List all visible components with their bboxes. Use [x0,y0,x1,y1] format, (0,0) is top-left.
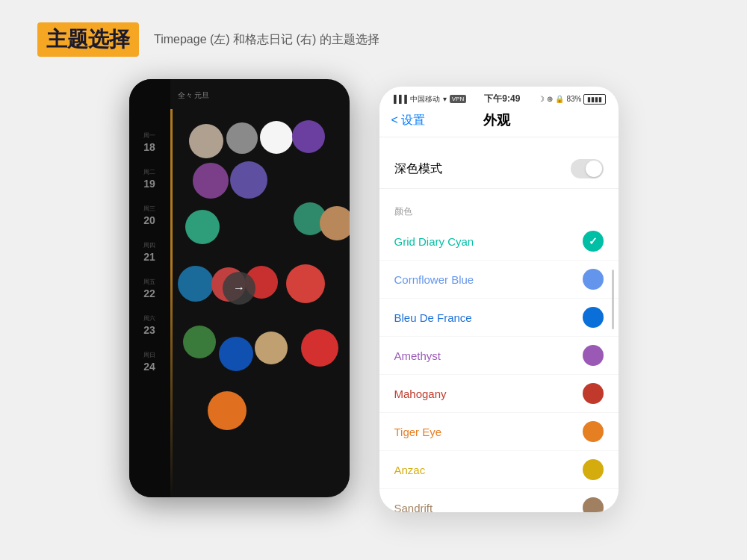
signal-icon: ▐▐▐ [391,95,407,103]
color-option[interactable]: Grid Diary Cyan [379,223,619,261]
color-option[interactable]: Cornflower Blue [379,261,619,299]
calendar-sidebar: 周一18周二19周三20周四21周五22周六23周日24 [129,79,170,497]
cal-day: 周四21 [129,234,170,270]
moon-icon: ☽ [538,95,545,103]
cal-day: 周日24 [129,343,170,380]
dark-mode-toggle[interactable] [571,159,604,178]
color-section-header: 颜色 [379,201,619,223]
color-circle[interactable] [208,391,247,430]
vpn-badge: VPN [450,95,466,103]
calendar-content [170,79,350,497]
color-list: Grid Diary Cyan Cornflower Blue Bleu De … [379,223,619,512]
back-button[interactable]: < 设置 [391,113,426,128]
header: 主题选择 Timepage (左) 和格志日记 (右) 的主题选择 [0,0,747,72]
cal-day: 周二19 [129,161,170,197]
color-dot [583,421,604,442]
compass-icon: ⊕ [547,95,553,103]
color-name: Cornflower Blue [394,273,474,286]
color-name: Tiger Eye [394,426,442,438]
status-right: ☽ ⊕ 🔒 83% ▮▮▮▮ [538,94,606,105]
lock-icon: 🔒 [555,95,564,103]
dark-mode-item: 深色模式 [379,149,619,189]
subtitle: Timepage (左) 和格志日记 (右) 的主题选择 [154,32,379,48]
cal-day-name: 周二 [143,168,155,176]
cal-day-num: 20 [143,214,155,226]
color-dot [583,345,604,366]
cal-day-name: 周五 [143,278,155,286]
color-option[interactable]: Tiger Eye [379,413,619,451]
cal-day: 周五22 [129,270,170,307]
color-name: Amethyst [394,349,441,362]
color-dot [583,307,604,328]
color-name: Anzac [394,464,426,476]
phone-right: ▐▐▐ 中国移动 ▾ VPN 下午9:49 ☽ ⊕ 🔒 83% ▮▮▮▮ < 设… [379,87,619,512]
color-dot [583,383,604,404]
color-option[interactable]: Anzac [379,451,619,489]
nav-arrow[interactable]: → [223,272,255,305]
settings-section: 深色模式 [379,137,619,201]
cal-day-num: 22 [143,287,155,299]
scroll-indicator [612,270,614,329]
cal-day-num: 24 [143,361,155,373]
color-option[interactable]: Sandrift [379,489,619,512]
phone-left: 周一18周二19周三20周四21周五22周六23周日24 全々 元旦 → [129,79,350,497]
wifi-icon: ▾ [443,95,447,103]
cal-day-num: 21 [143,251,155,263]
color-circle[interactable] [286,264,325,303]
status-bar: ▐▐▐ 中国移动 ▾ VPN 下午9:49 ☽ ⊕ 🔒 83% ▮▮▮▮ [379,87,619,108]
nav-title: 外观 [483,111,510,129]
color-circle[interactable] [320,206,350,240]
cal-day-num: 19 [143,178,155,190]
color-circle[interactable] [301,329,338,367]
color-circle[interactable] [292,120,325,153]
battery-icon: ▮▮▮▮ [583,94,606,105]
page-title: 主题选择 [46,28,130,51]
title-box: 主题选择 [37,22,139,57]
color-circle[interactable] [185,210,220,244]
cal-day: 周六23 [129,307,170,343]
color-name: Mahogany [394,388,447,400]
cal-day-name: 周日 [143,351,155,359]
color-dot [583,497,604,512]
color-option[interactable]: Bleu De France [379,299,619,337]
color-circle[interactable] [178,266,214,302]
color-circle[interactable] [260,121,293,154]
color-circle[interactable] [219,337,253,371]
color-dot [583,459,604,480]
cal-day: 周一18 [129,124,170,161]
color-name: Sandrift [394,502,433,513]
status-left: ▐▐▐ 中国移动 ▾ VPN [391,94,467,105]
color-option[interactable]: Mahogany [379,375,619,413]
carrier: 中国移动 [410,94,440,105]
dark-mode-label: 深色模式 [394,161,442,177]
color-dot [583,231,604,252]
time-display: 下午9:49 [484,93,520,105]
color-circle[interactable] [230,161,267,199]
color-circle[interactable] [193,163,229,199]
color-circle[interactable] [189,124,223,158]
cal-day: 周三20 [129,197,170,234]
color-option[interactable]: Amethyst [379,337,619,375]
color-circle[interactable] [183,326,216,358]
battery-text: 83% [566,95,581,103]
color-circle[interactable] [255,332,288,364]
cal-day-name: 周六 [143,314,155,323]
cal-day-num: 18 [143,141,155,153]
color-name: Bleu De France [394,311,472,324]
cal-day-name: 周三 [143,205,155,213]
color-circle[interactable] [226,122,258,154]
cal-day-num: 23 [143,324,155,336]
color-dot [583,269,604,290]
nav-bar: < 设置 外观 [379,108,619,137]
phones-area: 周一18周二19周三20周四21周五22周六23周日24 全々 元旦 → ▐▐▐… [0,79,747,512]
cal-day-name: 周一 [143,131,155,140]
color-name: Grid Diary Cyan [394,235,474,248]
cal-day-name: 周四 [143,241,155,249]
